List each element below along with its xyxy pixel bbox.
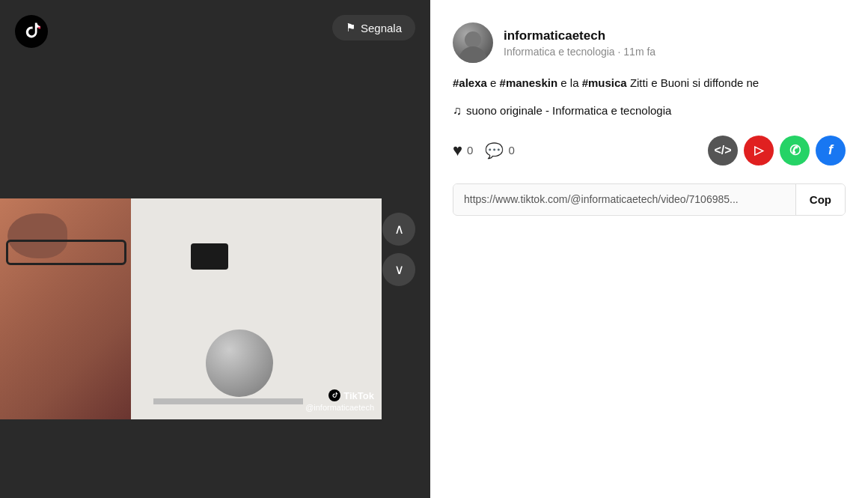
comment-count: 0	[508, 144, 514, 157]
share-button[interactable]: ▷	[744, 136, 774, 166]
hashtag-musica: #musica	[582, 76, 627, 89]
url-copy-row: Cop	[453, 183, 846, 216]
heart-icon: ♥	[453, 141, 462, 160]
flag-icon: ⚑	[346, 21, 355, 34]
desc-text-2: e la	[560, 76, 581, 89]
hashtag-alexa: #alexa	[453, 76, 487, 89]
music-label: suono originale - Informatica e tecnolog…	[466, 104, 671, 117]
share-icons-group: </> ▷ ✆ f	[708, 136, 846, 166]
nav-arrows: ∧ ∨	[382, 213, 415, 286]
profile-time: 11m fa	[623, 46, 655, 58]
video-description: #alexa e #maneskin e la #musica Zitti e …	[453, 75, 846, 92]
tiktok-watermark: TikTok @informaticaetech	[305, 389, 374, 412]
whatsapp-button[interactable]: ✆	[780, 136, 810, 166]
room-right	[131, 198, 382, 419]
video-placeholder	[0, 198, 382, 419]
profile-row: informaticaetech Informatica e tecnologi…	[453, 22, 846, 63]
code-icon: </>	[714, 144, 731, 157]
profile-meta: Informatica e tecnologia · 11m fa	[504, 46, 655, 58]
wall-device	[191, 243, 228, 270]
like-count: 0	[467, 144, 473, 157]
whatsapp-icon: ✆	[789, 142, 801, 159]
avatar	[453, 22, 493, 63]
comment-button[interactable]: 💬 0	[485, 142, 514, 160]
embed-button[interactable]: </>	[708, 136, 738, 166]
segnala-label: Segnala	[361, 22, 402, 34]
profile-description: Informatica e tecnologia	[504, 46, 615, 58]
music-note-icon: ♫	[453, 104, 462, 118]
facebook-button[interactable]: f	[816, 136, 846, 166]
shelf	[153, 398, 303, 404]
hashtag-maneskin: #maneskin	[500, 76, 558, 89]
share-arrow-icon: ▷	[754, 143, 763, 157]
right-panel: informaticaetech Informatica e tecnologi…	[430, 0, 868, 498]
video-panel: ⚑ Segnala TikTok @i	[0, 0, 430, 498]
video-area: TikTok @informaticaetech	[0, 198, 382, 419]
face-left	[0, 198, 131, 419]
watermark-brand: TikTok	[328, 389, 374, 401]
watermark-username: @informaticaetech	[305, 403, 374, 412]
comment-icon: 💬	[485, 142, 504, 160]
desc-text-3: Zitti e Buoni si diffonde ne	[630, 76, 759, 89]
profile-info: informaticaetech Informatica e tecnologi…	[504, 28, 655, 58]
tiktok-logo	[15, 15, 48, 48]
profile-username: informaticaetech	[504, 28, 655, 43]
facebook-icon: f	[828, 142, 833, 158]
desc-text-1: e	[490, 76, 500, 89]
like-button[interactable]: ♥ 0	[453, 141, 473, 160]
nav-down-button[interactable]: ∨	[382, 253, 415, 286]
alexa-sphere	[206, 330, 273, 397]
watermark-brand-text: TikTok	[343, 390, 374, 401]
copy-button[interactable]: Cop	[795, 184, 845, 215]
url-input[interactable]	[453, 184, 795, 214]
segnala-button[interactable]: ⚑ Segnala	[332, 15, 415, 40]
svg-point-0	[15, 15, 48, 48]
actions-row: ♥ 0 💬 0 </> ▷ ✆ f	[453, 130, 846, 171]
music-line: ♫ suono originale - Informatica e tecnol…	[453, 104, 846, 118]
svg-point-1	[328, 389, 340, 401]
nav-up-button[interactable]: ∧	[382, 213, 415, 246]
